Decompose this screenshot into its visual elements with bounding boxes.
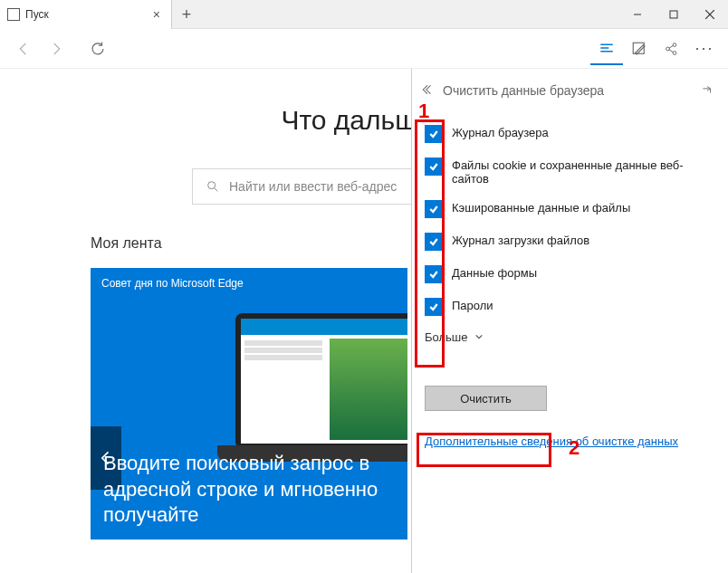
window-close-button[interactable] xyxy=(692,0,728,29)
checkbox-label: Журнал браузера xyxy=(452,125,549,139)
refresh-button[interactable] xyxy=(81,33,114,65)
web-note-icon[interactable] xyxy=(623,33,656,65)
checkbox-label: Кэшированные данные и файлы xyxy=(452,200,630,215)
clear-button[interactable]: Очистить xyxy=(425,386,547,411)
svg-rect-1 xyxy=(670,11,677,18)
window-maximize-button[interactable] xyxy=(656,0,692,29)
tab-window-icon xyxy=(7,8,20,21)
card-header: Совет дня по Microsoft Edge xyxy=(91,268,407,299)
new-tab-button[interactable]: + xyxy=(172,0,201,29)
checkbox-label: Журнал загрузки файлов xyxy=(452,233,589,247)
browser-tab[interactable]: Пуск × xyxy=(0,0,172,29)
check-row: Журнал браузера xyxy=(425,118,715,150)
clear-button-label: Очистить xyxy=(460,392,512,406)
svg-point-13 xyxy=(208,182,216,189)
forward-button[interactable] xyxy=(40,33,72,65)
window-minimize-button[interactable] xyxy=(619,0,656,29)
checkbox-3[interactable] xyxy=(425,233,443,251)
checkbox-4[interactable] xyxy=(425,265,443,283)
tab-close-icon[interactable]: × xyxy=(149,7,164,22)
checkbox-5[interactable] xyxy=(425,298,443,316)
nav-toolbar: ··· xyxy=(0,29,728,69)
svg-point-9 xyxy=(673,43,676,46)
share-icon[interactable] xyxy=(656,33,688,65)
tip-card[interactable]: Совет дня по Microsoft Edge Вводите поис… xyxy=(91,268,407,540)
panel-title: Очистить данные браузера xyxy=(443,83,701,98)
check-row: Файлы cookie и сохраненные данные веб-са… xyxy=(425,150,715,193)
window-controls xyxy=(619,0,728,29)
panel-pin-icon[interactable] xyxy=(701,83,719,99)
card-text: Вводите поисковый запрос в адресной стро… xyxy=(103,451,395,529)
tab-title: Пуск xyxy=(25,8,149,21)
panel-body: Журнал браузераФайлы cookie и сохраненны… xyxy=(412,112,728,454)
checkbox-1[interactable] xyxy=(425,158,443,176)
check-row: Кэшированные данные и файлы xyxy=(425,193,715,225)
clear-data-panel: Очистить данные браузера Журнал браузера… xyxy=(411,69,728,573)
checkbox-0[interactable] xyxy=(425,125,443,143)
checkbox-2[interactable] xyxy=(425,200,443,218)
panel-back-button[interactable] xyxy=(421,83,443,99)
check-row: Журнал загрузки файлов xyxy=(425,225,715,258)
more-icon[interactable]: ··· xyxy=(688,33,721,65)
search-icon xyxy=(206,179,220,194)
title-bar: Пуск × + xyxy=(0,0,728,29)
svg-point-8 xyxy=(666,47,670,51)
check-row: Пароли xyxy=(425,291,715,323)
checkbox-label: Файлы cookie и сохраненные данные веб-са… xyxy=(452,158,715,186)
more-toggle[interactable]: Больше xyxy=(425,323,715,351)
back-button[interactable] xyxy=(7,33,40,65)
check-row: Данные формы xyxy=(425,258,715,291)
learn-more-link[interactable]: Дополнительные сведения об очистке данны… xyxy=(425,435,715,448)
checkbox-label: Данные формы xyxy=(452,265,537,280)
svg-line-11 xyxy=(669,45,674,48)
chevron-down-icon xyxy=(474,330,484,344)
more-label: Больше xyxy=(425,330,468,344)
svg-point-10 xyxy=(673,51,676,54)
checkbox-label: Пароли xyxy=(452,298,493,312)
svg-line-12 xyxy=(669,49,674,52)
svg-line-14 xyxy=(215,188,217,191)
laptop-image xyxy=(235,313,407,449)
hub-icon[interactable] xyxy=(590,33,623,65)
